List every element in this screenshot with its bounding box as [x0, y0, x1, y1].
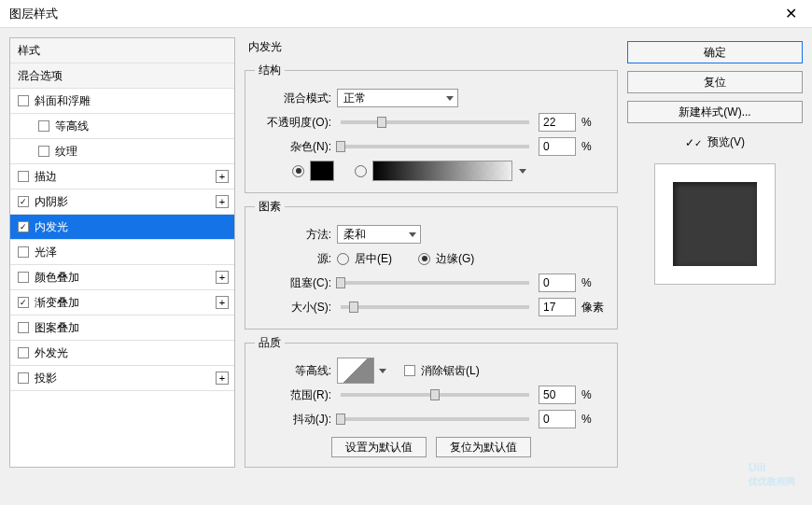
checkbox-icon[interactable] [18, 171, 29, 182]
checkbox-icon[interactable] [18, 372, 29, 384]
list-item-bevel[interactable]: 斜面和浮雕 [10, 89, 234, 114]
choke-input[interactable]: 0 [539, 274, 576, 292]
checkbox-icon[interactable]: ✓ [18, 196, 29, 207]
list-item-blend-options[interactable]: 混合选项 [10, 63, 234, 89]
antialias-label: 消除锯齿(L) [421, 363, 480, 379]
slider-thumb-icon[interactable] [336, 277, 345, 288]
checkbox-icon[interactable] [38, 120, 49, 132]
technique-label: 方法: [255, 227, 331, 243]
antialias-checkbox[interactable] [404, 365, 415, 376]
list-item-satin[interactable]: 光泽 [10, 240, 234, 265]
jitter-slider[interactable] [341, 417, 529, 421]
chevron-down-icon [446, 96, 454, 101]
panel-title: 内发光 [245, 37, 618, 57]
make-default-button[interactable]: 设置为默认值 [331, 437, 427, 457]
plus-icon[interactable]: + [216, 372, 229, 385]
checkbox-icon[interactable] [18, 322, 29, 333]
slider-thumb-icon[interactable] [336, 141, 345, 152]
close-icon[interactable]: ✕ [770, 0, 812, 28]
elements-legend: 图素 [255, 199, 285, 215]
list-item-pattern-overlay[interactable]: 图案叠加 [10, 316, 234, 341]
titlebar: 图层样式 ✕ [0, 0, 812, 28]
size-input[interactable]: 17 [539, 298, 576, 316]
action-panel: 确定 复位 新建样式(W)... ✓ 预览(V) [627, 37, 803, 468]
preview-swatch [673, 182, 757, 266]
opacity-label: 不透明度(O): [255, 115, 331, 131]
slider-thumb-icon[interactable] [430, 389, 440, 400]
ok-button[interactable]: 确定 [627, 41, 803, 63]
unit-label: % [581, 276, 608, 289]
list-item-drop-shadow[interactable]: 投影+ [10, 366, 234, 391]
technique-dropdown[interactable]: 柔和 [337, 225, 421, 244]
chevron-down-icon [519, 169, 526, 174]
opacity-input[interactable]: 22 [539, 113, 576, 132]
checkbox-icon[interactable] [38, 146, 49, 157]
list-item-stroke[interactable]: 描边+ [10, 164, 234, 189]
slider-thumb-icon[interactable] [377, 117, 386, 128]
gradient-picker[interactable] [372, 161, 512, 181]
slider-thumb-icon[interactable] [336, 414, 345, 425]
settings-panel: 内发光 结构 混合模式: 正常 不透明度(O): 22 % 杂色(N): 0 % [245, 37, 618, 468]
list-item-inner-glow[interactable]: ✓内发光 [10, 215, 234, 240]
list-header-styles[interactable]: 样式 [10, 38, 234, 63]
list-item-texture[interactable]: 纹理 [10, 139, 234, 164]
window-title: 图层样式 [9, 6, 58, 22]
plus-icon[interactable]: + [216, 271, 229, 284]
unit-label: 像素 [581, 300, 608, 316]
preview-checkbox[interactable]: ✓ [685, 136, 702, 149]
chevron-down-icon [379, 369, 386, 373]
opacity-slider[interactable] [341, 120, 529, 124]
contour-picker[interactable] [337, 358, 374, 384]
list-item-outer-glow[interactable]: 外发光 [10, 341, 234, 366]
size-slider[interactable] [341, 305, 529, 309]
checkbox-icon[interactable] [18, 246, 29, 258]
range-input[interactable]: 50 [539, 386, 576, 404]
color-radio[interactable] [292, 165, 304, 177]
blend-mode-dropdown[interactable]: 正常 [337, 89, 458, 107]
choke-slider[interactable] [341, 281, 529, 285]
checkbox-icon[interactable] [18, 347, 29, 358]
unit-label: % [581, 116, 608, 129]
checkbox-icon[interactable]: ✓ [18, 297, 29, 308]
range-slider[interactable] [341, 393, 529, 397]
choke-label: 阻塞(C): [255, 275, 331, 291]
unit-label: % [581, 388, 608, 401]
gradient-radio[interactable] [355, 165, 367, 177]
checkbox-icon[interactable]: ✓ [18, 221, 29, 232]
unit-label: % [581, 140, 608, 153]
color-swatch[interactable] [310, 161, 334, 181]
plus-icon[interactable]: + [216, 170, 229, 183]
noise-label: 杂色(N): [255, 139, 331, 155]
slider-thumb-icon[interactable] [349, 302, 358, 313]
plus-icon[interactable]: + [216, 195, 229, 208]
noise-slider[interactable] [341, 145, 529, 148]
checkbox-icon[interactable] [18, 272, 29, 283]
quality-group: 品质 等高线: 消除锯齿(L) 范围(R): 50 % 抖动(J): 0 % [245, 335, 618, 468]
list-item-inner-shadow[interactable]: ✓内阴影+ [10, 189, 234, 215]
source-center-label: 居中(E) [355, 251, 392, 267]
new-style-button[interactable]: 新建样式(W)... [627, 101, 803, 123]
list-item-gradient-overlay[interactable]: ✓渐变叠加+ [10, 290, 234, 316]
preview-label: 预览(V) [707, 134, 745, 150]
structure-group: 结构 混合模式: 正常 不透明度(O): 22 % 杂色(N): 0 % [245, 63, 618, 193]
elements-group: 图素 方法: 柔和 源: 居中(E) 边缘(G) 阻塞(C): 0 % 大小(S… [245, 199, 618, 330]
watermark: Uiii 优优教程网 [749, 458, 795, 488]
list-item-contour[interactable]: 等高线 [10, 114, 234, 139]
list-item-color-overlay[interactable]: 颜色叠加+ [10, 265, 234, 290]
source-label: 源: [255, 251, 331, 267]
preview-box [654, 163, 776, 285]
main-area: 样式 混合选项 斜面和浮雕 等高线 纹理 描边+ ✓内阴影+ ✓内发光 光泽 颜… [0, 28, 812, 477]
source-center-radio[interactable] [337, 253, 349, 265]
jitter-label: 抖动(J): [255, 412, 331, 428]
reset-default-button[interactable]: 复位为默认值 [436, 437, 531, 457]
unit-label: % [581, 413, 608, 426]
effects-list: 样式 混合选项 斜面和浮雕 等高线 纹理 描边+ ✓内阴影+ ✓内发光 光泽 颜… [9, 37, 235, 468]
noise-input[interactable]: 0 [539, 137, 576, 156]
jitter-input[interactable]: 0 [539, 410, 576, 428]
plus-icon[interactable]: + [216, 296, 229, 309]
source-edge-label: 边缘(G) [436, 251, 474, 267]
cancel-button[interactable]: 复位 [627, 71, 803, 93]
checkbox-icon[interactable] [18, 95, 29, 106]
source-edge-radio[interactable] [418, 253, 430, 265]
quality-legend: 品质 [255, 335, 285, 351]
